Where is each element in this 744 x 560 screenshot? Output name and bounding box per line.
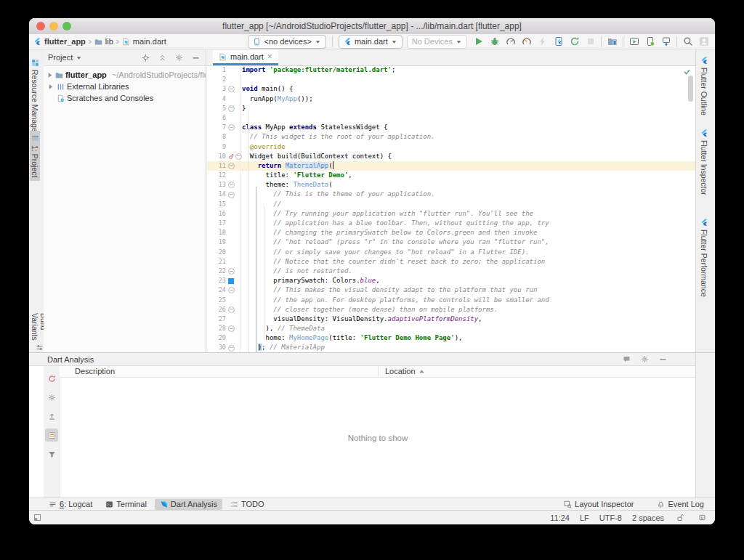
unlocked-button[interactable] (674, 512, 686, 524)
code-line[interactable]: 8 // This widget is the root of your app… (207, 132, 696, 142)
code-line[interactable]: 2 (207, 75, 696, 84)
code-line[interactable]: 27 visualDensity: VisualDensity.adaptive… (207, 315, 696, 324)
tree-item-scratches-and-consoles[interactable]: Scratches and Consoles (44, 92, 206, 104)
tool-window-tab-event-log[interactable]: Event Log (652, 499, 709, 510)
code-line[interactable]: 28 ), // ThemeData (207, 324, 696, 333)
select-opened-file-button[interactable] (140, 52, 151, 63)
code-line[interactable]: 12 title: 'Flutter Demo', (207, 171, 696, 180)
restart-analysis-button[interactable] (45, 372, 58, 385)
breadcrumb-item[interactable]: main.dart (122, 37, 166, 46)
stop-button[interactable] (583, 35, 597, 49)
fold-region-icon[interactable] (228, 163, 235, 169)
tool-window-quick-access-icon[interactable] (33, 514, 41, 522)
flutter-attach-button[interactable] (551, 35, 565, 49)
status-item[interactable]: UTF-8 (599, 514, 622, 522)
code-line[interactable]: 26 // closer together (more dense) than … (207, 305, 696, 315)
profiler-button[interactable] (519, 35, 533, 49)
tool-window-tab-layout-inspector[interactable]: Layout Inspector (559, 499, 639, 510)
column-location[interactable]: Location (385, 367, 425, 376)
code-line[interactable]: 30 ); // MaterialApp (207, 343, 696, 352)
tool-stripe-flutter-outline[interactable]: Flutter Outline (699, 53, 709, 119)
analysis-comment-button[interactable] (621, 354, 632, 365)
tool-stripe-resource-manager[interactable]: Resource Manager (30, 55, 40, 138)
code-line[interactable]: 3 void main() { (207, 84, 696, 94)
fold-region-icon[interactable] (228, 287, 235, 293)
jump-to-source-button[interactable] (45, 410, 58, 423)
target-device-dropdown[interactable]: No Devices (407, 35, 467, 49)
color-preview-swatch[interactable] (228, 278, 234, 284)
settings-button[interactable] (174, 52, 185, 63)
code-line[interactable]: 1 import 'package:flutter/material.dart'… (207, 65, 696, 75)
fold-region-icon[interactable] (228, 345, 235, 352)
code-line[interactable]: 21 // Notice that the counter didn't res… (207, 257, 696, 267)
code-line[interactable]: 6 (207, 113, 696, 123)
hide-panel-button[interactable] (658, 354, 668, 365)
sdk-manager-button[interactable] (659, 35, 673, 49)
analysis-options-button[interactable] (45, 391, 58, 404)
column-divider[interactable] (378, 366, 379, 377)
profile-button[interactable] (504, 35, 517, 49)
run-button[interactable] (472, 35, 485, 49)
run-anything-button[interactable] (627, 35, 641, 49)
code-line[interactable]: 11 return MaterialApp( (207, 161, 696, 171)
code-line[interactable]: 5 } (207, 104, 696, 113)
tool-window-tab-dart-analysis[interactable]: Dart Analysis (155, 499, 222, 510)
code-area[interactable]: 1 import 'package:flutter/material.dart'… (207, 65, 696, 352)
code-line[interactable]: 18 // changing the primarySwatch below t… (207, 228, 696, 238)
code-line[interactable]: 22 // is not restarted. (207, 267, 696, 276)
code-line[interactable]: 10 Widget build(BuildContext context) { (207, 152, 696, 161)
tool-window-tab--logcat[interactable]: 6: Logcat (44, 499, 97, 510)
code-line[interactable]: 16 // Try running your application with … (207, 209, 696, 219)
fold-region-icon[interactable] (228, 124, 235, 131)
hide-panel-button[interactable] (190, 52, 201, 63)
fold-region-icon[interactable] (228, 182, 235, 188)
tool-stripe-flutter-inspector[interactable]: Flutter Inspector (699, 126, 709, 199)
code-line[interactable]: 4 runApp(MyApp()); (207, 94, 696, 104)
tool-window-tab-terminal[interactable]: Terminal (100, 499, 152, 510)
fold-region-icon[interactable] (228, 105, 235, 112)
filter-analysis-button[interactable] (45, 447, 58, 460)
close-tab-icon[interactable]: × (267, 52, 272, 61)
code-line[interactable]: 13 theme: ThemeData( (207, 180, 696, 190)
status-item[interactable]: 2 spaces (632, 514, 664, 522)
code-line[interactable]: 17 // application has a blue toolbar. Th… (207, 219, 696, 228)
tool-window-tab-todo[interactable]: TODO (225, 499, 270, 510)
search-everywhere-button[interactable] (681, 35, 695, 49)
code-line[interactable]: 15 // (207, 200, 696, 209)
tree-item-flutter-app[interactable]: flutter_app ~/AndroidStudioProjects/flu (44, 69, 206, 81)
fold-region-icon[interactable] (228, 86, 235, 92)
hot-restart-button[interactable] (567, 35, 581, 49)
editor-tab-main-dart[interactable]: main.dart × (213, 50, 278, 65)
status-item[interactable]: 11:24 (550, 514, 570, 522)
code-line[interactable]: 14 // This is the theme of your applicat… (207, 190, 696, 199)
group-by-severity-button[interactable] (45, 429, 58, 442)
tool-stripe-1-project[interactable]: 1: Project (30, 131, 40, 181)
titlebar[interactable]: flutter_app [~/AndroidStudioProjects/flu… (29, 18, 715, 35)
fold-region-icon[interactable] (228, 307, 235, 313)
debug-button[interactable] (488, 35, 501, 49)
analysis-settings-button[interactable] (639, 354, 650, 365)
indexing-robot-button[interactable] (696, 512, 708, 524)
collapse-all-button[interactable] (157, 52, 168, 63)
override-marker-icon[interactable] (228, 153, 235, 160)
run-configuration-dropdown[interactable]: main.dart (339, 35, 403, 49)
code-line[interactable]: 23 primarySwatch: Colors.blue, (207, 276, 696, 285)
editor-scrollbar[interactable] (688, 76, 693, 102)
user-avatar-button[interactable] (697, 35, 711, 49)
breadcrumb-item[interactable]: lib (94, 37, 113, 46)
fold-region-icon[interactable] (228, 192, 235, 198)
fold-region-icon[interactable] (228, 268, 235, 275)
fold-region-icon[interactable] (228, 325, 235, 332)
device-selector-dropdown[interactable]: <no devices> (248, 35, 326, 49)
code-line[interactable]: 24 // This makes the visual density adap… (207, 285, 696, 295)
inspections-ok-icon[interactable] (683, 68, 691, 76)
fold-region-icon[interactable] (235, 153, 242, 160)
column-description[interactable]: Description (75, 367, 115, 376)
code-line[interactable]: 7 class MyApp extends StatelessWidget { (207, 123, 696, 132)
project-panel-title[interactable]: Project (48, 53, 73, 62)
code-line[interactable]: 20 // or simply save your changes to "ho… (207, 248, 696, 257)
code-line[interactable]: 9 @override (207, 142, 696, 152)
apply-changes-button[interactable] (535, 35, 549, 49)
avd-manager-button[interactable] (643, 35, 657, 49)
status-item[interactable]: LF (580, 514, 589, 522)
